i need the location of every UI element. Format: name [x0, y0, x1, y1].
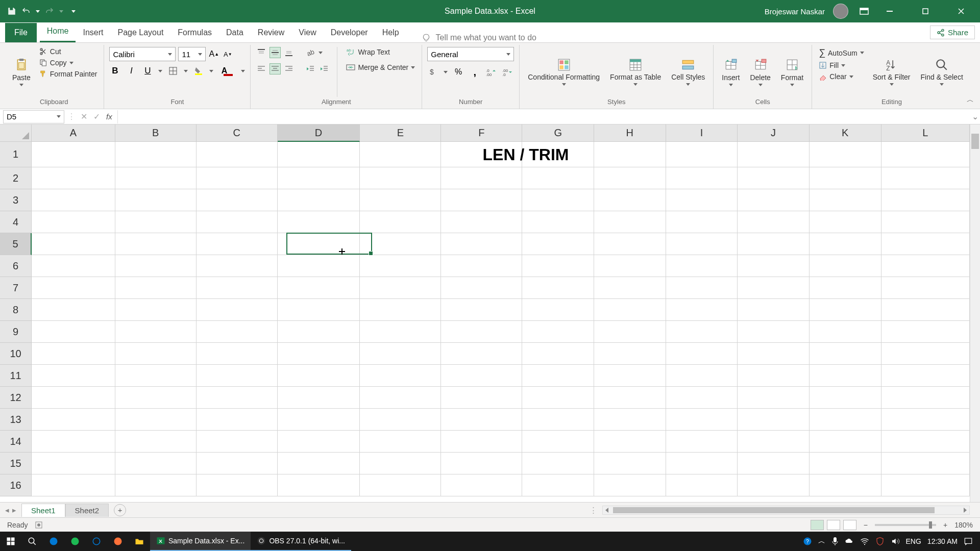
cell-I3[interactable]	[666, 189, 738, 211]
cell-D5[interactable]	[278, 233, 360, 255]
fx-icon[interactable]: fx	[106, 112, 112, 121]
cell-A1[interactable]	[32, 142, 115, 167]
cell-L10[interactable]	[881, 343, 970, 365]
merge-dropdown-icon[interactable]	[411, 66, 415, 69]
excel-task[interactable]: XSample Data.xlsx - Ex...	[150, 532, 251, 551]
cell-F12[interactable]	[441, 387, 522, 409]
cell-G6[interactable]	[522, 255, 594, 277]
redo-dropdown-icon[interactable]	[59, 10, 63, 13]
merged-title-cell[interactable]: LEN / TRIM	[287, 142, 765, 167]
cell-B14[interactable]	[115, 431, 197, 453]
cells-area[interactable]: LEN / TRIM	[32, 142, 970, 502]
cell-A13[interactable]	[32, 409, 115, 431]
hscroll-thumb[interactable]	[613, 507, 935, 513]
clock[interactable]: 12:30 AM	[927, 537, 958, 545]
decrease-font-icon[interactable]: A▼	[222, 48, 233, 60]
cell-K7[interactable]	[810, 277, 881, 299]
cell-F5[interactable]	[441, 233, 522, 255]
cell-K13[interactable]	[810, 409, 881, 431]
add-sheet-button[interactable]: +	[114, 504, 126, 516]
column-header-G[interactable]: G	[522, 124, 594, 142]
sort-filter-dropdown-icon[interactable]	[890, 83, 894, 86]
cell-D3[interactable]	[278, 189, 360, 211]
cell-E5[interactable]	[360, 233, 441, 255]
cell-D9[interactable]	[278, 321, 360, 343]
cell-E4[interactable]	[360, 211, 441, 233]
tab-help[interactable]: Help	[375, 23, 406, 42]
cell-D12[interactable]	[278, 387, 360, 409]
underline-dropdown-icon[interactable]	[158, 70, 162, 72]
cell-A3[interactable]	[32, 189, 115, 211]
font-size-input[interactable]: 11	[178, 47, 206, 61]
cell-G2[interactable]	[522, 167, 594, 189]
cell-L9[interactable]	[881, 321, 970, 343]
cell-A9[interactable]	[32, 321, 115, 343]
search-button[interactable]	[21, 532, 43, 551]
cell-E10[interactable]	[360, 343, 441, 365]
volume-tray-icon[interactable]	[891, 537, 900, 546]
cell-I2[interactable]	[666, 167, 738, 189]
page-break-view-button[interactable]	[843, 520, 856, 530]
cell-H4[interactable]	[594, 211, 666, 233]
format-table-dropdown-icon[interactable]	[633, 83, 638, 86]
cell-A14[interactable]	[32, 431, 115, 453]
cell-J3[interactable]	[738, 189, 810, 211]
cell-H7[interactable]	[594, 277, 666, 299]
find-select-dropdown-icon[interactable]	[940, 83, 944, 86]
cell-A2[interactable]	[32, 167, 115, 189]
cell-I14[interactable]	[666, 431, 738, 453]
cell-H11[interactable]	[594, 365, 666, 387]
autosum-button[interactable]: ∑AutoSum	[817, 47, 865, 59]
start-button[interactable]	[0, 532, 21, 551]
cell-I16[interactable]	[666, 474, 738, 496]
ribbon-display-icon[interactable]	[860, 8, 869, 15]
cell-B6[interactable]	[115, 255, 197, 277]
cell-L14[interactable]	[881, 431, 970, 453]
tray-chevron-icon[interactable]: ︿	[818, 537, 825, 546]
cell-B13[interactable]	[115, 409, 197, 431]
wrap-text-button[interactable]: abWrap Text	[345, 47, 416, 57]
wifi-tray-icon[interactable]	[860, 537, 869, 546]
font-color-dropdown-icon[interactable]	[241, 70, 245, 72]
column-header-C[interactable]: C	[197, 124, 278, 142]
firefox-icon[interactable]	[107, 532, 129, 551]
vertical-scrollbar[interactable]	[970, 124, 980, 502]
row-header-14[interactable]: 14	[0, 431, 32, 453]
cell-D14[interactable]	[278, 431, 360, 453]
sort-filter-button[interactable]: AZSort & Filter	[870, 47, 914, 97]
cell-B8[interactable]	[115, 299, 197, 321]
row-header-16[interactable]: 16	[0, 474, 32, 496]
macro-record-icon[interactable]	[35, 521, 43, 529]
close-button[interactable]	[946, 0, 976, 22]
minimize-button[interactable]	[875, 0, 904, 22]
cell-B3[interactable]	[115, 189, 197, 211]
cell-C1[interactable]	[197, 142, 278, 167]
cell-I7[interactable]	[666, 277, 738, 299]
cell-F13[interactable]	[441, 409, 522, 431]
spotify-icon[interactable]	[64, 532, 86, 551]
zoom-level[interactable]: 180%	[954, 521, 973, 529]
cell-A5[interactable]	[32, 233, 115, 255]
insert-dropdown-icon[interactable]	[729, 84, 733, 86]
undo-dropdown-icon[interactable]	[36, 10, 40, 13]
cell-G13[interactable]	[522, 409, 594, 431]
cell-L3[interactable]	[881, 189, 970, 211]
cell-D15[interactable]	[278, 453, 360, 474]
cell-K16[interactable]	[810, 474, 881, 496]
cell-A11[interactable]	[32, 365, 115, 387]
cell-D7[interactable]	[278, 277, 360, 299]
orientation-dropdown-icon[interactable]	[318, 52, 323, 54]
merge-center-button[interactable]: Merge & Center	[345, 62, 416, 72]
zoom-in-button[interactable]: +	[943, 521, 947, 529]
cell-F15[interactable]	[441, 453, 522, 474]
cell-D10[interactable]	[278, 343, 360, 365]
row-header-12[interactable]: 12	[0, 387, 32, 409]
cell-B15[interactable]	[115, 453, 197, 474]
cell-J7[interactable]	[738, 277, 810, 299]
cell-L12[interactable]	[881, 387, 970, 409]
cell-J16[interactable]	[738, 474, 810, 496]
cell-F7[interactable]	[441, 277, 522, 299]
row-header-10[interactable]: 10	[0, 343, 32, 365]
cell-I8[interactable]	[666, 299, 738, 321]
cell-C12[interactable]	[197, 387, 278, 409]
